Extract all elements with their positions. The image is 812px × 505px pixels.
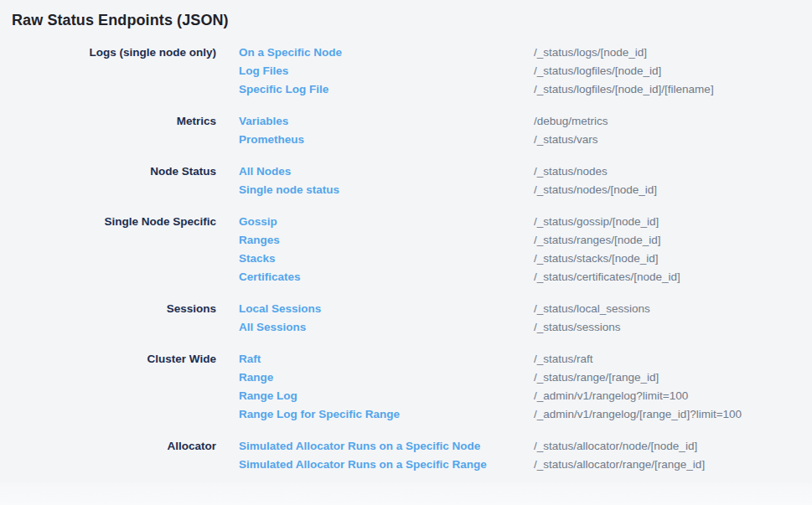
- endpoint-link[interactable]: On a Specific Node: [239, 44, 534, 62]
- endpoint-path: /_status/vars: [534, 131, 598, 149]
- endpoint-row: Simulated Allocator Runs on a Specific R…: [239, 456, 705, 474]
- section-category-label: Node Status: [0, 162, 216, 181]
- endpoint-row: Variables /debug/metrics: [239, 112, 608, 131]
- section-rows: Variables /debug/metrics Prometheus /_st…: [239, 112, 608, 149]
- endpoints-list: Logs (single node only) On a Specific No…: [0, 44, 812, 474]
- endpoint-path: /_status/allocator/range/[range_id]: [534, 456, 705, 474]
- section-rows: Gossip /_status/gossip/[node_id] Ranges …: [239, 213, 680, 286]
- page-title: Raw Status Endpoints (JSON): [12, 12, 812, 29]
- endpoint-path: /_status/nodes/[node_id]: [534, 181, 657, 199]
- endpoint-path: /_status/sessions: [534, 318, 621, 337]
- endpoint-link[interactable]: Ranges: [239, 231, 534, 250]
- section-logs: Logs (single node only) On a Specific No…: [0, 44, 812, 99]
- endpoint-path: /_status/logs/[node_id]: [534, 44, 647, 62]
- endpoint-link[interactable]: Stacks: [239, 250, 534, 268]
- endpoint-row: Single node status /_status/nodes/[node_…: [239, 181, 657, 199]
- section-category-label: Metrics: [0, 112, 216, 131]
- bottom-band: [0, 483, 812, 505]
- endpoint-path: /_status/certificates/[node_id]: [534, 268, 680, 286]
- endpoint-row: Simulated Allocator Runs on a Specific N…: [239, 437, 705, 456]
- endpoint-row: Prometheus /_status/vars: [239, 131, 608, 149]
- endpoint-link[interactable]: Range Log for Specific Range: [239, 405, 534, 424]
- endpoint-path: /_status/stacks/[node_id]: [534, 250, 659, 268]
- endpoint-row: Range /_status/range/[range_id]: [239, 368, 742, 387]
- endpoint-row: Specific Log File /_status/logfiles/[nod…: [239, 80, 714, 99]
- endpoint-row: Local Sessions /_status/local_sessions: [239, 300, 650, 318]
- section-rows: Raft /_status/raft Range /_status/range/…: [239, 350, 742, 424]
- endpoint-row: Ranges /_status/ranges/[node_id]: [239, 231, 680, 250]
- endpoint-link[interactable]: Range Log: [239, 387, 534, 405]
- section-node-status: Node Status All Nodes /_status/nodes Sin…: [0, 162, 812, 199]
- section-rows: All Nodes /_status/nodes Single node sta…: [239, 162, 657, 199]
- endpoint-path: /_status/range/[range_id]: [534, 368, 659, 387]
- endpoint-link[interactable]: Simulated Allocator Runs on a Specific R…: [239, 456, 534, 474]
- endpoint-path: /_status/logfiles/[node_id]: [534, 62, 661, 80]
- section-category-label: Single Node Specific: [0, 213, 216, 231]
- endpoint-path: /debug/metrics: [534, 112, 608, 131]
- endpoint-row: Certificates /_status/certificates/[node…: [239, 268, 680, 286]
- section-rows: Local Sessions /_status/local_sessions A…: [239, 300, 650, 337]
- section-allocator: Allocator Simulated Allocator Runs on a …: [0, 437, 812, 474]
- endpoint-row: All Sessions /_status/sessions: [239, 318, 650, 337]
- endpoint-link[interactable]: Log Files: [239, 62, 534, 80]
- endpoint-path: /_admin/v1/rangelog/[range_id]?limit=100: [534, 405, 742, 424]
- endpoint-row: All Nodes /_status/nodes: [239, 162, 657, 181]
- endpoint-row: Range Log /_admin/v1/rangelog?limit=100: [239, 387, 742, 405]
- endpoint-link[interactable]: Certificates: [239, 268, 534, 286]
- section-category-label: Sessions: [0, 300, 216, 318]
- endpoint-path: /_status/ranges/[node_id]: [534, 231, 661, 250]
- endpoint-row: Gossip /_status/gossip/[node_id]: [239, 213, 680, 231]
- endpoint-path: /_status/gossip/[node_id]: [534, 213, 659, 231]
- endpoint-link[interactable]: Prometheus: [239, 131, 534, 149]
- section-category-label: Logs (single node only): [0, 44, 216, 62]
- endpoint-link[interactable]: Range: [239, 368, 534, 387]
- endpoint-link[interactable]: Variables: [239, 112, 534, 131]
- endpoint-path: /_status/local_sessions: [534, 300, 650, 318]
- endpoint-row: Raft /_status/raft: [239, 350, 742, 368]
- section-cluster-wide: Cluster Wide Raft /_status/raft Range /_…: [0, 350, 812, 424]
- endpoint-link[interactable]: All Nodes: [239, 162, 534, 181]
- endpoint-link[interactable]: Local Sessions: [239, 300, 534, 318]
- section-metrics: Metrics Variables /debug/metrics Prometh…: [0, 112, 812, 149]
- endpoint-link[interactable]: Gossip: [239, 213, 534, 231]
- endpoint-link[interactable]: All Sessions: [239, 318, 534, 337]
- section-category-label: Allocator: [0, 437, 216, 456]
- endpoint-path: /_status/raft: [534, 350, 593, 368]
- section-rows: Simulated Allocator Runs on a Specific N…: [239, 437, 705, 474]
- endpoint-path: /_admin/v1/rangelog?limit=100: [534, 387, 688, 405]
- endpoint-link[interactable]: Specific Log File: [239, 80, 534, 99]
- endpoint-link[interactable]: Raft: [239, 350, 534, 368]
- endpoint-path: /_status/allocator/node/[node_id]: [534, 437, 697, 456]
- endpoint-row: Log Files /_status/logfiles/[node_id]: [239, 62, 714, 80]
- section-single-node-specific: Single Node Specific Gossip /_status/gos…: [0, 213, 812, 286]
- endpoint-row: Stacks /_status/stacks/[node_id]: [239, 250, 680, 268]
- section-sessions: Sessions Local Sessions /_status/local_s…: [0, 300, 812, 337]
- endpoint-path: /_status/logfiles/[node_id]/[filename]: [534, 80, 714, 99]
- endpoint-path: /_status/nodes: [534, 162, 608, 181]
- raw-status-endpoints-page: { "page": { "title": "Raw Status Endpoin…: [0, 0, 812, 505]
- section-category-label: Cluster Wide: [0, 350, 216, 368]
- section-rows: On a Specific Node /_status/logs/[node_i…: [239, 44, 714, 99]
- endpoint-row: Range Log for Specific Range /_admin/v1/…: [239, 405, 742, 424]
- endpoint-row: On a Specific Node /_status/logs/[node_i…: [239, 44, 714, 62]
- endpoint-link[interactable]: Simulated Allocator Runs on a Specific N…: [239, 437, 534, 456]
- endpoint-link[interactable]: Single node status: [239, 181, 534, 199]
